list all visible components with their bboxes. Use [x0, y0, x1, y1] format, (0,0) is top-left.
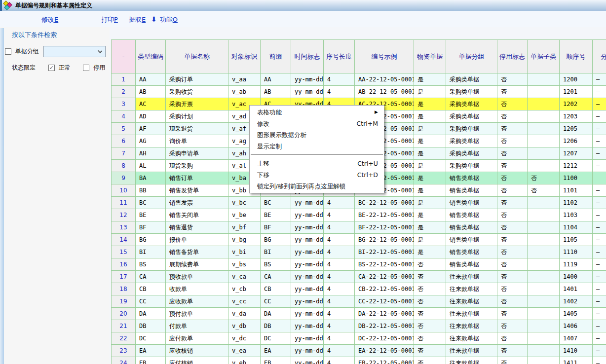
data-cell[interactable]	[528, 258, 560, 271]
data-cell[interactable]: —	[593, 221, 606, 234]
data-cell[interactable]: AA	[261, 73, 291, 86]
data-cell[interactable]: 1101	[560, 184, 593, 197]
data-cell[interactable]: 1201	[560, 86, 593, 98]
data-cell[interactable]: DC	[136, 332, 166, 345]
data-cell[interactable]: 采购类单据	[446, 86, 497, 98]
row-number-cell[interactable]: 13	[112, 221, 136, 234]
data-cell[interactable]: 是	[414, 221, 446, 234]
data-cell[interactable]: yy-mm-dd	[291, 345, 324, 357]
data-cell[interactable]: EA	[136, 345, 166, 357]
data-cell[interactable]: 报价单	[166, 234, 228, 246]
data-cell[interactable]: 1207	[560, 147, 593, 160]
data-cell[interactable]: 1212	[560, 160, 593, 172]
data-cell[interactable]: 是	[414, 110, 446, 123]
data-cell[interactable]: 4	[324, 209, 355, 221]
data-cell[interactable]: 1405	[560, 308, 593, 320]
row-number-cell[interactable]: 19	[112, 295, 136, 308]
column-header-1[interactable]: 类型编码	[136, 40, 166, 73]
data-cell[interactable]	[528, 221, 560, 234]
data-cell[interactable]: v_ab	[228, 86, 261, 98]
data-cell[interactable]: v_eb	[228, 357, 261, 364]
data-cell[interactable]	[528, 160, 560, 172]
data-cell[interactable]: 采购类单据	[446, 123, 497, 135]
data-cell[interactable]: —	[593, 98, 606, 110]
table-row-22[interactable]: 22DC应付款单v_dcDCyy-mm-dd4DC-22-12-05-0001否…	[112, 332, 606, 345]
menu-item-2[interactable]: 图形展示数据分析	[250, 129, 384, 141]
data-cell[interactable]: 否	[497, 110, 528, 123]
data-cell[interactable]: v_bg	[228, 234, 261, 246]
data-cell[interactable]: AD	[136, 110, 166, 123]
data-cell[interactable]: yy-mm-dd	[291, 86, 324, 98]
data-cell[interactable]: 1100	[560, 172, 593, 184]
data-cell[interactable]: 4	[324, 246, 355, 258]
data-cell[interactable]: BC	[136, 197, 166, 209]
data-cell[interactable]: BF	[261, 221, 291, 234]
data-cell[interactable]: 是	[414, 135, 446, 147]
data-cell[interactable]: 否	[497, 135, 528, 147]
data-cell[interactable]: 否	[497, 308, 528, 320]
data-cell[interactable]: DB-22-12-05-0001	[355, 320, 414, 332]
data-cell[interactable]: BS-22-12-05-0001	[355, 258, 414, 271]
data-cell[interactable]: —	[593, 135, 606, 147]
data-cell[interactable]: —	[593, 246, 606, 258]
data-cell[interactable]: 是	[414, 98, 446, 110]
data-cell[interactable]	[528, 271, 560, 283]
data-cell[interactable]: 往来款单据	[446, 332, 497, 345]
row-number-cell[interactable]: 2	[112, 86, 136, 98]
data-cell[interactable]	[528, 209, 560, 221]
data-cell[interactable]: 4	[324, 234, 355, 246]
data-cell[interactable]: 1104	[560, 221, 593, 234]
data-cell[interactable]: DA	[261, 308, 291, 320]
data-cell[interactable]: v_bf	[228, 221, 261, 234]
data-cell[interactable]: —	[593, 332, 606, 345]
data-cell[interactable]: 4	[324, 197, 355, 209]
data-cell[interactable]: 销售类单据	[446, 184, 497, 197]
column-header-4[interactable]: 前缀	[261, 40, 291, 73]
data-cell[interactable]	[528, 234, 560, 246]
data-cell[interactable]: 是	[414, 73, 446, 86]
data-cell[interactable]: 1105	[560, 234, 593, 246]
data-cell[interactable]: 是	[414, 147, 446, 160]
data-cell[interactable]: yy-mm-dd	[291, 320, 324, 332]
data-cell[interactable]: BA	[136, 172, 166, 184]
data-cell[interactable]: v_bc	[228, 197, 261, 209]
row-number-cell[interactable]: 8	[112, 160, 136, 172]
data-cell[interactable]: v_be	[228, 209, 261, 221]
menu-item-1[interactable]: 修改Ctrl+M	[250, 118, 384, 129]
data-cell[interactable]: 是	[414, 86, 446, 98]
data-cell[interactable]: —	[593, 123, 606, 135]
data-cell[interactable]: 否	[497, 320, 528, 332]
data-cell[interactable]: 销售类单据	[446, 221, 497, 234]
data-cell[interactable]: BI-22-12-05-0001	[355, 246, 414, 258]
column-header-8[interactable]: 物资单据	[414, 40, 446, 73]
data-cell[interactable]: 4	[324, 357, 355, 364]
data-cell[interactable]: EB	[136, 357, 166, 364]
data-cell[interactable]: 4	[324, 308, 355, 320]
data-cell[interactable]: 否	[528, 184, 560, 197]
data-cell[interactable]: DB	[136, 320, 166, 332]
data-cell[interactable]: 1402	[560, 295, 593, 308]
data-cell[interactable]: 1400	[560, 271, 593, 283]
data-cell[interactable]: yy-mm-dd	[291, 73, 324, 86]
column-header-12[interactable]: 顺序号	[560, 40, 593, 73]
data-cell[interactable]: DA	[136, 308, 166, 320]
data-cell[interactable]: 4	[324, 73, 355, 86]
data-cell[interactable]: 预收款单	[166, 271, 228, 283]
data-cell[interactable]: 1110	[560, 246, 593, 258]
data-cell[interactable]: AG	[136, 135, 166, 147]
data-cell[interactable]: AL	[136, 160, 166, 172]
data-cell[interactable]: v_bs	[228, 258, 261, 271]
data-cell[interactable]: 否	[497, 246, 528, 258]
data-cell[interactable]: EA-22-12-05-0001	[355, 345, 414, 357]
data-cell[interactable]: 采购类单据	[446, 135, 497, 147]
data-cell[interactable]: 销售类单据	[446, 197, 497, 209]
table-row-19[interactable]: 19CC应收款单v_ccCCyy-mm-dd4CC-22-12-05-0001否…	[112, 295, 606, 308]
data-cell[interactable]: 询价单	[166, 135, 228, 147]
data-cell[interactable]: CB	[261, 283, 291, 295]
data-cell[interactable]: 否	[497, 345, 528, 357]
data-cell[interactable]: CA	[261, 271, 291, 283]
row-number-cell[interactable]: 22	[112, 332, 136, 345]
row-number-cell[interactable]: 23	[112, 345, 136, 357]
menu-item-7[interactable]: 锁定列/移到前面列再点这里解锁	[250, 181, 384, 192]
table-row-24[interactable]: 24EB应付核销v_ebEByy-mm-dd4EB-22-12-05-0001否…	[112, 357, 606, 364]
